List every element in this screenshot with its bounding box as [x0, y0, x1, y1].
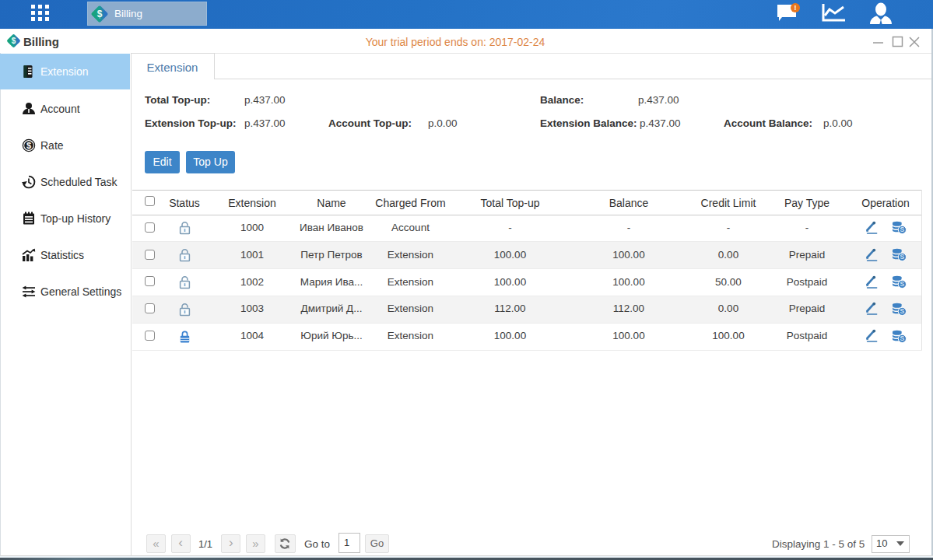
svg-text:S: S [900, 226, 904, 234]
svg-text:$: $ [26, 141, 31, 150]
svg-text:!: ! [794, 4, 797, 12]
svg-text:S: S [900, 307, 904, 315]
svg-text:S: S [900, 254, 904, 261]
svg-text:S: S [900, 334, 904, 342]
svg-text:S: S [900, 280, 904, 288]
